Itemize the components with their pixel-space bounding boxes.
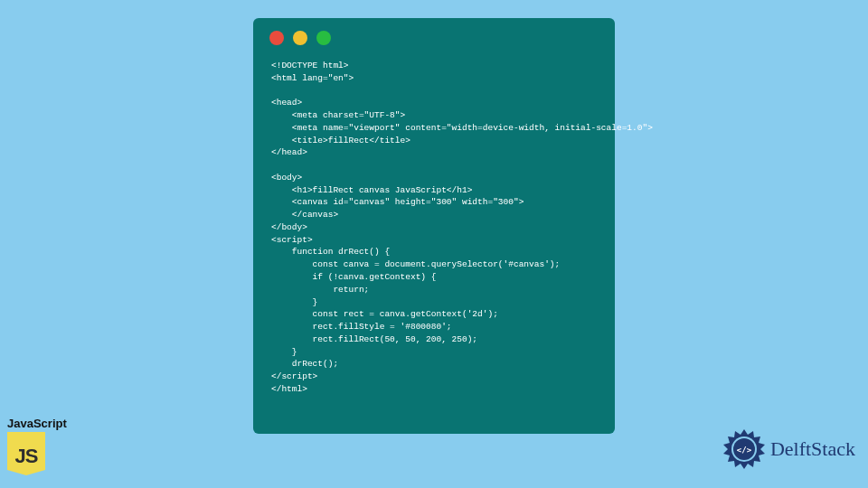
delftstack-logo-text: DelftStack [770, 437, 855, 461]
javascript-badge: JavaScript JS [7, 417, 67, 470]
close-icon [269, 31, 284, 45]
code-window: <!DOCTYPE html> <html lang="en"> <head> … [253, 18, 615, 434]
maximize-icon [316, 31, 331, 45]
code-content: <!DOCTYPE html> <html lang="en"> <head> … [253, 54, 615, 414]
window-traffic-lights [253, 18, 615, 54]
javascript-icon-text: JS [15, 445, 38, 468]
minimize-icon [293, 31, 307, 45]
javascript-label: JavaScript [7, 417, 67, 430]
delftstack-logo: </> DelftStack [722, 427, 855, 472]
delftstack-gear-icon: </> [722, 427, 767, 472]
javascript-icon: JS [7, 432, 45, 470]
svg-text:</>: </> [737, 446, 752, 455]
